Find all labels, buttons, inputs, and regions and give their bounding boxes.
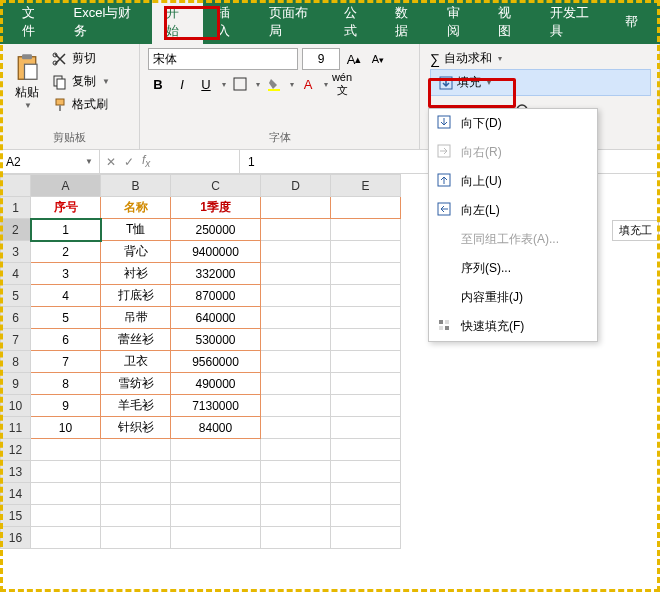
tab-file[interactable]: 文件 [8,0,60,48]
cell[interactable] [101,439,171,461]
cell[interactable]: 1 [31,219,101,241]
copy-button[interactable]: 复制▼ [50,71,112,92]
cut-button[interactable]: 剪切 [50,48,112,69]
cell[interactable]: 10 [31,417,101,439]
row-header[interactable]: 13 [1,461,31,483]
row-header[interactable]: 5 [1,285,31,307]
cell[interactable] [261,263,331,285]
cell[interactable] [331,263,401,285]
cell[interactable]: T恤 [101,219,171,241]
cell[interactable]: 9560000 [171,351,261,373]
tab-insert[interactable]: 插入 [203,0,255,48]
cell[interactable]: 吊带 [101,307,171,329]
row-header[interactable]: 3 [1,241,31,263]
cell[interactable] [101,483,171,505]
cell[interactable] [261,329,331,351]
tab-page-layout[interactable]: 页面布局 [255,0,330,48]
cell[interactable]: 250000 [171,219,261,241]
increase-font-button[interactable]: A▴ [344,49,364,69]
cell[interactable] [171,461,261,483]
cell[interactable] [331,373,401,395]
fill-flash-item[interactable]: 快速填充(F) [429,312,597,341]
tab-formulas[interactable]: 公式 [330,0,382,48]
cell[interactable] [261,527,331,549]
enter-formula-icon[interactable]: ✓ [124,155,134,169]
row-header[interactable]: 9 [1,373,31,395]
cell[interactable] [261,307,331,329]
tab-developer[interactable]: 开发工具 [536,0,611,48]
cell[interactable] [331,307,401,329]
cell[interactable] [331,241,401,263]
row-header[interactable]: 14 [1,483,31,505]
fill-left-item[interactable]: 向左(L) [429,196,597,225]
cell[interactable] [171,527,261,549]
cell[interactable] [331,505,401,527]
row-header[interactable]: 16 [1,527,31,549]
cell[interactable]: 背心 [101,241,171,263]
cell[interactable]: 530000 [171,329,261,351]
decrease-font-button[interactable]: A▾ [368,49,388,69]
cell[interactable] [261,219,331,241]
tab-help[interactable]: 帮 [611,5,652,39]
cell[interactable] [101,505,171,527]
cell[interactable]: 3 [31,263,101,285]
bold-button[interactable]: B [148,74,168,94]
cell[interactable]: 332000 [171,263,261,285]
font-size-select[interactable] [302,48,340,70]
cell[interactable]: 序号 [31,197,101,219]
tab-excel-finance[interactable]: Excel与财务 [60,0,152,48]
cell[interactable]: 名称 [101,197,171,219]
cell[interactable] [261,241,331,263]
cell[interactable]: 2 [31,241,101,263]
cell[interactable] [261,439,331,461]
fx-icon[interactable]: fx [142,153,150,169]
column-header[interactable]: B [101,175,171,197]
row-header[interactable]: 8 [1,351,31,373]
tab-data[interactable]: 数据 [381,0,433,48]
tab-view[interactable]: 视图 [484,0,536,48]
cell[interactable]: 衬衫 [101,263,171,285]
fill-down-item[interactable]: 向下(D) [429,109,597,138]
autosum-button[interactable]: ∑ 自动求和 ▾ [430,48,651,69]
cell[interactable] [331,351,401,373]
cell[interactable] [331,285,401,307]
cell[interactable] [261,505,331,527]
cell[interactable] [101,527,171,549]
name-box[interactable]: A2▼ [0,150,100,173]
cell[interactable]: 卫衣 [101,351,171,373]
cell[interactable]: 蕾丝衫 [101,329,171,351]
cell[interactable]: 羊毛衫 [101,395,171,417]
row-header[interactable]: 12 [1,439,31,461]
row-header[interactable]: 1 [1,197,31,219]
font-color-button[interactable]: A [298,74,318,94]
border-button[interactable] [230,74,250,94]
fill-justify-item[interactable]: 内容重排(J) [429,283,597,312]
cell[interactable] [331,461,401,483]
column-header[interactable]: E [331,175,401,197]
cell[interactable] [331,395,401,417]
cell[interactable]: 870000 [171,285,261,307]
cell[interactable] [31,483,101,505]
column-header[interactable]: A [31,175,101,197]
cell[interactable] [171,505,261,527]
cell[interactable] [31,527,101,549]
cell[interactable]: 1季度 [171,197,261,219]
cell[interactable]: 打底衫 [101,285,171,307]
row-header[interactable]: 4 [1,263,31,285]
cell[interactable] [331,527,401,549]
cell[interactable]: 9400000 [171,241,261,263]
cell[interactable]: 7130000 [171,395,261,417]
cell[interactable] [101,461,171,483]
font-name-select[interactable] [148,48,298,70]
format-painter-button[interactable]: 格式刷 [50,94,112,115]
row-header[interactable]: 15 [1,505,31,527]
cell[interactable]: 9 [31,395,101,417]
italic-button[interactable]: I [172,74,192,94]
cell[interactable] [331,417,401,439]
cell[interactable] [331,439,401,461]
cell[interactable] [261,373,331,395]
cell[interactable]: 6 [31,329,101,351]
cell[interactable] [261,461,331,483]
underline-button[interactable]: U [196,74,216,94]
cell[interactable]: 雪纺衫 [101,373,171,395]
